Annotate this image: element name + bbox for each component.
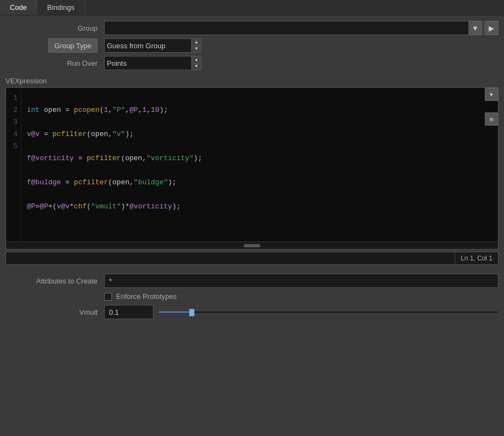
spinner-select-wrapper: Guess from Group ▲ ▼	[104, 38, 202, 53]
vmult-slider-thumb[interactable]	[189, 309, 194, 316]
group-dropdown-button[interactable]: ▼	[469, 21, 482, 35]
attributes-label: Attributes to Create	[5, 277, 104, 285]
vmult-slider-wrapper	[158, 305, 499, 319]
run-over-spinner-down-icon: ▼	[192, 64, 201, 70]
main-content: Group ▼ ▶ Group Type	[0, 15, 504, 329]
run-over-label: Run Over	[5, 59, 104, 67]
nav-arrow-icon: ▶	[489, 24, 494, 32]
vexpression-label: VEXpression	[0, 73, 504, 87]
run-over-control: Points ▲ ▼	[104, 56, 499, 70]
vmult-slider-fill	[158, 312, 192, 313]
bottom-section: Attributes to Create Enforce Prototypes …	[0, 267, 504, 319]
enforce-prototypes-checkbox[interactable]	[104, 293, 112, 301]
enforce-prototypes-label: Enforce Prototypes	[116, 292, 177, 301]
run-over-row: Run Over Points ▲ ▼	[0, 56, 504, 70]
editor-scroll-down-button[interactable]: ▼	[485, 88, 498, 101]
run-over-spinner[interactable]: ▲ ▼	[192, 56, 202, 70]
vmult-input[interactable]	[104, 305, 153, 319]
spinner-up-icon: ▲	[192, 39, 201, 46]
app-container: Code Bindings Group ▼ ▶ Group Type	[0, 0, 504, 329]
editor-side-buttons: ▼ ⊕	[485, 88, 498, 126]
status-bar: Ln 1, Col 1	[5, 252, 499, 265]
code-horizontal-scrollbar[interactable]	[6, 241, 498, 249]
tab-bar: Code Bindings	[0, 0, 504, 15]
line-num-5: 5	[10, 140, 18, 152]
code-line-4: f@buldge = pcfilter(open,"buldge");	[27, 177, 492, 189]
line-num-3: 3	[10, 116, 18, 128]
code-line-1: int open = pcopen(1,"P",@P,1,10);	[27, 104, 492, 116]
line-num-1: 1	[10, 92, 18, 104]
group-control: ▼ ▶	[104, 21, 499, 35]
dropdown-arrow-icon: ▼	[472, 24, 479, 32]
group-nav-button[interactable]: ▶	[484, 21, 499, 35]
vmult-row: Vmult	[0, 305, 504, 319]
group-label: Group	[5, 24, 104, 32]
status-path	[6, 252, 455, 264]
code-editor[interactable]: 1 2 3 4 5 int open = pcopen(1,"P",@P,1,1…	[6, 88, 498, 241]
group-type-spinner[interactable]: ▲ ▼	[192, 38, 202, 53]
tab-code[interactable]: Code	[0, 0, 37, 15]
spinner-down-icon: ▼	[192, 46, 201, 53]
enforce-prototypes-row: Enforce Prototypes	[99, 292, 504, 301]
code-line-3: f@vorticity = pcfilter(open,"vorticity")…	[27, 152, 492, 165]
line-num-4: 4	[10, 128, 18, 140]
group-row: Group ▼ ▶	[0, 21, 504, 35]
code-content[interactable]: int open = pcopen(1,"P",@P,1,10); v@v = …	[21, 88, 498, 241]
attributes-input[interactable]	[104, 274, 499, 288]
editor-scroll-icon: ▼	[489, 92, 494, 98]
guess-from-group-select[interactable]: Guess from Group	[104, 38, 192, 53]
line-numbers: 1 2 3 4 5	[6, 88, 21, 241]
group-type-button[interactable]: Group Type	[48, 38, 98, 53]
run-over-select[interactable]: Points	[104, 56, 192, 70]
vmult-slider-track[interactable]	[158, 311, 499, 313]
code-line-2: v@v = pcfilter(open,"v");	[27, 128, 492, 140]
scrollbar-thumb[interactable]	[244, 244, 260, 247]
status-position: Ln 1, Col 1	[455, 252, 498, 264]
code-line-5: @P=@P+(v@v*chf("vmult")*@vorticity);	[27, 201, 492, 213]
group-input[interactable]	[104, 21, 469, 35]
group-type-row: Group Type Guess from Group ▲ ▼	[0, 38, 504, 53]
attributes-row: Attributes to Create	[0, 274, 504, 288]
editor-crosshair-button[interactable]: ⊕	[485, 112, 498, 126]
editor-crosshair-icon: ⊕	[489, 116, 494, 122]
run-over-spinner-up-icon: ▲	[192, 56, 201, 64]
group-type-control: Guess from Group ▲ ▼	[104, 38, 499, 53]
vmult-label: Vmult	[5, 308, 104, 316]
line-num-2: 2	[10, 104, 18, 116]
code-editor-wrapper: 1 2 3 4 5 int open = pcopen(1,"P",@P,1,1…	[5, 87, 499, 250]
group-select-wrapper: ▼	[104, 21, 482, 35]
tab-bindings[interactable]: Bindings	[37, 0, 85, 15]
run-over-spinner-wrapper: Points ▲ ▼	[104, 56, 202, 70]
group-type-label-wrapper: Group Type	[5, 38, 104, 53]
